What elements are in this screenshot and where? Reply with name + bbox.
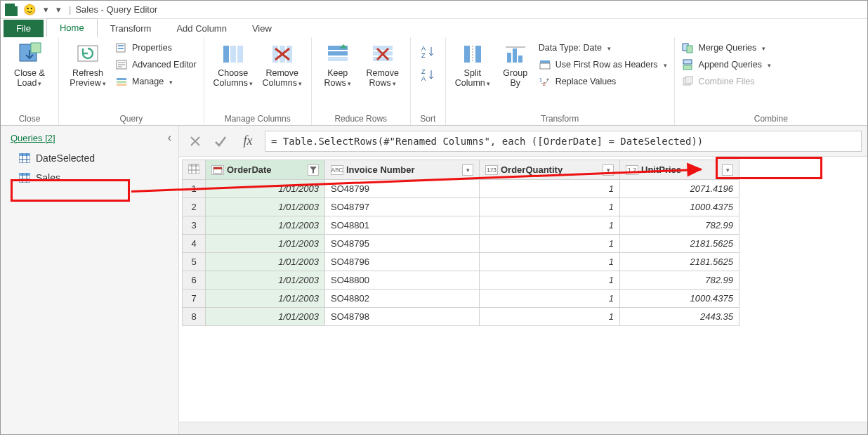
cell[interactable]: 1/01/2003: [206, 271, 325, 290]
sort-descending-button[interactable]: ZA: [420, 67, 435, 85]
append-queries-button[interactable]: Append Queries: [682, 57, 771, 72]
use-first-row-headers-button[interactable]: Use First Row as Headers: [539, 57, 667, 72]
row-number[interactable]: 2: [183, 198, 206, 216]
query-item-label: DateSelected: [36, 152, 95, 164]
qat-emoji-icon[interactable]: 🙂: [23, 4, 37, 16]
column-filter-button[interactable]: [308, 164, 319, 176]
svg-rect-21: [373, 57, 393, 61]
refresh-preview-button[interactable]: Refresh Preview: [66, 40, 110, 89]
table-row[interactable]: 11/01/2003SO4879912071.4196: [183, 180, 739, 198]
sort-ascending-button[interactable]: AZ: [420, 44, 435, 62]
svg-rect-30: [518, 56, 522, 63]
table-row[interactable]: 41/01/2003SO4879512181.5625: [183, 235, 739, 253]
formula-commit-button[interactable]: [210, 131, 231, 152]
merge-queries-button[interactable]: Merge Queries: [682, 40, 771, 56]
cell[interactable]: SO48798: [325, 308, 480, 326]
column-filter-button[interactable]: ▾: [722, 164, 733, 176]
cell[interactable]: 1: [480, 198, 620, 216]
check-icon: [213, 134, 228, 148]
queries-pane-collapse-button[interactable]: ‹: [168, 131, 171, 144]
cell[interactable]: 782.99: [620, 271, 739, 290]
manage-button[interactable]: Manage: [115, 74, 197, 89]
row-number[interactable]: 4: [183, 235, 206, 253]
tab-view[interactable]: View: [239, 20, 284, 37]
cell[interactable]: 1: [480, 290, 620, 308]
table-row[interactable]: 51/01/2003SO4879612181.5625: [183, 253, 739, 271]
row-number[interactable]: 3: [183, 216, 206, 235]
close-and-load-button[interactable]: Close & Load: [8, 40, 51, 89]
queries-pane-header: Queries [2] ‹: [1, 126, 178, 148]
cell[interactable]: 1: [480, 271, 620, 290]
table-row[interactable]: 31/01/2003SO488011782.99: [183, 216, 739, 235]
combine-files-button: Combine Files: [682, 74, 771, 89]
qat-dropdown-icon[interactable]: ▾: [42, 6, 49, 13]
cell[interactable]: SO48801: [325, 216, 480, 235]
data-type-button[interactable]: Data Type: Date: [539, 40, 667, 56]
keep-rows-button[interactable]: Keep Rows: [319, 40, 357, 89]
tab-transform[interactable]: Transform: [98, 20, 164, 37]
table-row[interactable]: 71/01/2003SO4880211000.4375: [183, 290, 739, 308]
cell[interactable]: 1/01/2003: [206, 235, 325, 253]
column-header-invoicenumber[interactable]: ABC Invoice Number ▾: [325, 160, 480, 180]
cell[interactable]: SO48796: [325, 253, 480, 271]
formula-fx-button[interactable]: fx: [235, 131, 261, 152]
cell[interactable]: 2181.5625: [620, 235, 739, 253]
query-item-dateselected[interactable]: DateSelected: [1, 148, 178, 168]
tab-add-column[interactable]: Add Column: [164, 20, 239, 37]
row-number[interactable]: 6: [183, 271, 206, 290]
cell[interactable]: 1: [480, 253, 620, 271]
cell[interactable]: 1: [480, 216, 620, 235]
properties-button[interactable]: Properties: [115, 40, 197, 56]
query-item-label: Sales: [36, 172, 60, 183]
keep-rows-icon: [325, 41, 350, 67]
svg-rect-4: [118, 45, 124, 46]
group-by-button[interactable]: Group By: [498, 40, 533, 88]
close-and-load-icon: [17, 41, 42, 67]
choose-columns-button[interactable]: Choose Columns: [211, 40, 255, 89]
table-row[interactable]: 81/01/2003SO4879812443.35: [183, 308, 739, 326]
cell[interactable]: 782.99: [620, 216, 739, 235]
grid-corner[interactable]: [183, 160, 206, 180]
row-number[interactable]: 5: [183, 253, 206, 271]
cell[interactable]: 1/01/2003: [206, 308, 325, 326]
formula-cancel-button[interactable]: [185, 131, 206, 152]
tab-file[interactable]: File: [4, 20, 44, 37]
cell[interactable]: 1/01/2003: [206, 253, 325, 271]
qat-customize-icon[interactable]: ▾: [55, 6, 62, 13]
cell[interactable]: 1: [480, 180, 620, 198]
table-row[interactable]: 21/01/2003SO4879711000.4375: [183, 198, 739, 216]
cell[interactable]: 2071.4196: [620, 180, 739, 198]
split-column-button[interactable]: Split Column: [453, 40, 492, 89]
formula-input[interactable]: = Table.SelectRows(#"Renamed Columns", e…: [265, 131, 862, 152]
advanced-editor-button[interactable]: Advanced Editor: [115, 57, 197, 72]
horizontal-scrollbar[interactable]: [179, 422, 867, 434]
column-filter-button[interactable]: ▾: [462, 164, 473, 176]
query-item-sales[interactable]: Sales: [1, 168, 178, 188]
table-icon: [19, 173, 30, 183]
cell[interactable]: 1/01/2003: [206, 198, 325, 216]
cell[interactable]: 1: [480, 308, 620, 326]
tab-home[interactable]: Home: [46, 18, 98, 37]
row-number[interactable]: 7: [183, 290, 206, 308]
cell[interactable]: 1000.4375: [620, 290, 739, 308]
column-header-orderdate[interactable]: OrderDate: [206, 160, 325, 180]
cell[interactable]: SO48802: [325, 290, 480, 308]
cell[interactable]: SO48800: [325, 271, 480, 290]
cell[interactable]: 1: [480, 235, 620, 253]
remove-rows-button[interactable]: Remove Rows: [362, 40, 403, 89]
table-row[interactable]: 61/01/2003SO488001782.99: [183, 271, 739, 290]
cell[interactable]: 1/01/2003: [206, 216, 325, 235]
svg-text:Z: Z: [421, 52, 426, 59]
cell[interactable]: 2443.35: [620, 308, 739, 326]
cell[interactable]: SO48797: [325, 198, 480, 216]
cell[interactable]: 1/01/2003: [206, 290, 325, 308]
excel-icon: [5, 4, 18, 16]
remove-columns-button[interactable]: Remove Columns: [261, 40, 304, 89]
cell[interactable]: 1000.4375: [620, 198, 739, 216]
svg-rect-42: [19, 153, 30, 156]
row-number[interactable]: 8: [183, 308, 206, 326]
replace-values-button[interactable]: 12 Replace Values: [539, 74, 667, 89]
cell[interactable]: 2181.5625: [620, 253, 739, 271]
ribbon-group-close-label: Close: [8, 112, 51, 124]
cell[interactable]: SO48795: [325, 235, 480, 253]
